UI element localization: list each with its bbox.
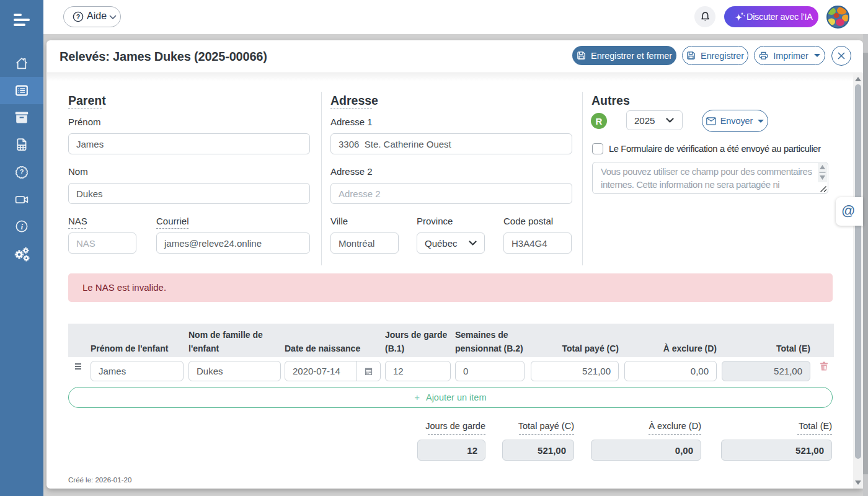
svg-text:?: ? <box>20 168 24 175</box>
svg-text:?: ? <box>76 13 80 20</box>
svg-text:i: i <box>21 222 24 231</box>
